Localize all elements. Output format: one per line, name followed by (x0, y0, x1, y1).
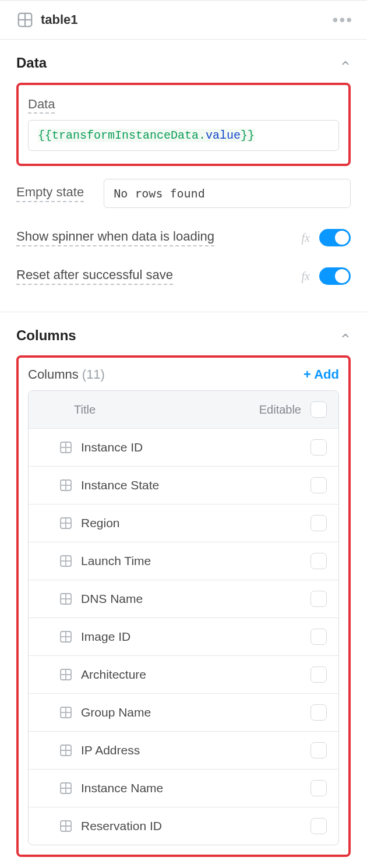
table-row[interactable]: Instance State (29, 466, 338, 504)
columns-table: Title Editable Instance IDInstance State… (28, 390, 339, 845)
spinner-label: Show spinner when data is loading (16, 229, 214, 246)
column-title: DNS Name (81, 592, 310, 606)
editable-checkbox[interactable] (310, 477, 327, 493)
empty-state-label: Empty state (16, 185, 84, 202)
section-header-data[interactable]: Data (0, 40, 367, 83)
section-title-data: Data (16, 55, 47, 71)
table-row[interactable]: Group Name (29, 693, 338, 731)
table-row[interactable]: Architecture (29, 655, 338, 693)
expr-open: {{ (38, 129, 52, 142)
table-icon (59, 705, 73, 719)
column-title: Reservation ID (81, 819, 310, 833)
data-field-label: Data (28, 97, 55, 114)
table-row[interactable]: DNS Name (29, 580, 338, 618)
table-icon (59, 781, 73, 795)
table-row[interactable]: IP Address (29, 731, 338, 769)
section-title-columns: Columns (16, 327, 76, 344)
highlight-columns-box: Columns (11) + Add Title Editable Instan… (16, 355, 351, 857)
columns-list-label: Columns (28, 367, 79, 382)
column-title: Launch Time (81, 554, 310, 568)
table-icon (16, 11, 34, 29)
table-icon (59, 592, 73, 606)
editable-checkbox[interactable] (310, 515, 327, 531)
columns-header-editable: Editable (259, 403, 310, 417)
editable-checkbox[interactable] (310, 818, 327, 834)
table-icon (59, 819, 73, 833)
table-row[interactable]: Instance Name (29, 769, 338, 807)
editable-all-checkbox[interactable] (310, 401, 327, 418)
expr-prop: value (206, 129, 241, 142)
column-title: Image ID (81, 630, 310, 644)
table-icon (59, 516, 73, 530)
editable-checkbox[interactable] (310, 629, 327, 645)
section-header-columns[interactable]: Columns (0, 312, 367, 355)
expr-ident: transformInstanceData. (52, 129, 206, 142)
table-row[interactable]: Image ID (29, 618, 338, 655)
column-title: Group Name (81, 705, 310, 719)
table-icon (59, 668, 73, 682)
editable-checkbox[interactable] (310, 553, 327, 569)
more-menu-icon[interactable]: ••• (333, 18, 353, 22)
table-icon (59, 478, 73, 492)
column-title: Instance ID (81, 440, 310, 454)
fx-icon[interactable]: fx (302, 231, 310, 245)
expr-close: }} (241, 129, 255, 142)
reset-toggle[interactable] (319, 267, 351, 285)
reset-label: Reset after successful save (16, 267, 173, 285)
table-row[interactable]: Region (29, 504, 338, 542)
fx-icon[interactable]: fx (302, 270, 310, 283)
add-column-button[interactable]: + Add (304, 367, 339, 382)
editable-checkbox[interactable] (310, 780, 327, 796)
table-icon (59, 630, 73, 644)
component-name[interactable]: table1 (41, 12, 333, 27)
column-title: Region (81, 516, 310, 530)
editable-checkbox[interactable] (310, 742, 327, 758)
highlight-data-box: Data {{transformInstanceData.value}} (16, 83, 351, 166)
column-title: IP Address (81, 743, 310, 757)
data-expression-input[interactable]: {{transformInstanceData.value}} (28, 120, 339, 151)
table-row[interactable]: Instance ID (29, 428, 338, 466)
editable-checkbox[interactable] (310, 591, 327, 607)
editable-checkbox[interactable] (310, 439, 327, 456)
chevron-up-icon (340, 330, 351, 341)
table-icon (59, 440, 73, 454)
columns-header-title: Title (40, 403, 259, 417)
empty-state-input[interactable]: No rows found (104, 179, 351, 208)
column-title: Instance State (81, 478, 310, 492)
editable-checkbox[interactable] (310, 704, 327, 721)
table-icon (59, 743, 73, 757)
table-row[interactable]: Reservation ID (29, 807, 338, 845)
table-icon (59, 554, 73, 568)
editable-checkbox[interactable] (310, 666, 327, 683)
table-row[interactable]: Launch Time (29, 542, 338, 580)
chevron-up-icon (340, 58, 351, 68)
column-title: Architecture (81, 668, 310, 682)
column-title: Instance Name (81, 781, 310, 795)
spinner-toggle[interactable] (319, 229, 351, 246)
columns-count: (11) (82, 367, 304, 382)
